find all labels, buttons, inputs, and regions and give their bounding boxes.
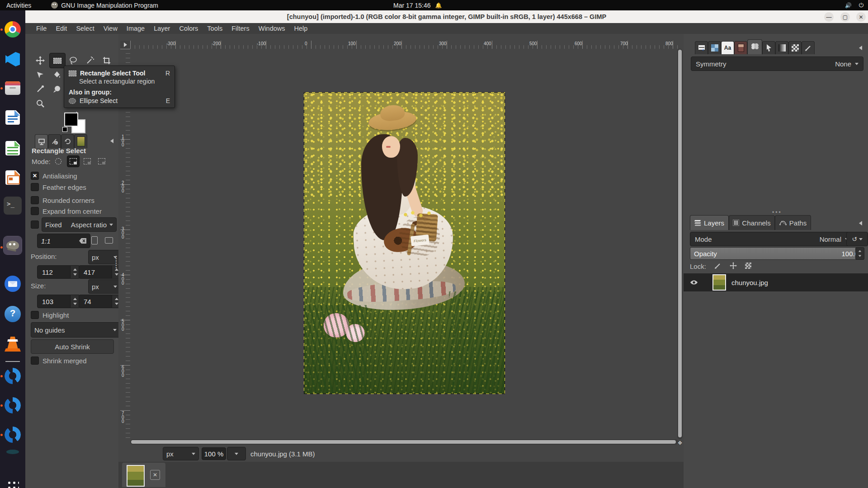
dock-vlc-icon[interactable] [4, 335, 22, 353]
tab-patterns[interactable] [708, 41, 721, 54]
fixed-aspect-dropdown[interactable]: Fixed Aspect ratio [42, 217, 117, 232]
tab-brush-editor[interactable]: + [695, 41, 708, 54]
dock-blue-ring-app-icon[interactable] [4, 367, 22, 385]
highlight-checkbox[interactable] [31, 311, 39, 319]
feather-edges-checkbox[interactable] [31, 183, 39, 191]
ruler-corner-menu-button[interactable] [120, 41, 130, 49]
tab-symmetry-active[interactable] [747, 39, 762, 54]
maximize-button[interactable]: ▢ [840, 12, 850, 22]
statusbar-unit-dropdown[interactable]: px [163, 447, 199, 460]
clock[interactable]: Mar 17 15:46 🔔 [393, 2, 442, 9]
size-width-field[interactable]: 103 [37, 295, 80, 308]
lock-alpha-icon[interactable] [745, 263, 751, 270]
activities-button[interactable]: Activities [0, 2, 38, 9]
tool-free-select-icon[interactable] [67, 54, 80, 67]
dock-blue-ring-app-icon[interactable] [4, 396, 22, 414]
size-unit-dropdown[interactable]: px [88, 279, 121, 294]
image-chunyou-photo[interactable]: Flowers [304, 92, 505, 394]
symmetry-row[interactable]: Symmetry None [691, 56, 863, 71]
tab-channels[interactable]: Channels [729, 215, 775, 230]
zoom-dropdown-button[interactable] [227, 447, 246, 460]
menu-filters[interactable]: Filters [227, 24, 254, 33]
tool-smudge-icon[interactable] [51, 83, 63, 95]
tab-device-status[interactable]: i [48, 134, 61, 148]
vertical-scrollbar[interactable] [677, 49, 683, 439]
dock-thunderbird-icon[interactable] [4, 275, 22, 293]
layer-mode-dropdown[interactable]: Mode Normal [690, 232, 854, 246]
canvas-area[interactable]: -300 -200 -100 0 100 200 300 400 500 600… [118, 34, 684, 446]
layers-dock-menu-button[interactable] [859, 219, 862, 227]
tool-zoom-icon[interactable] [34, 97, 47, 110]
menu-select[interactable]: Select [71, 24, 99, 33]
rounded-corners-checkbox[interactable] [31, 196, 39, 204]
dock-terminal-icon[interactable]: >_ [4, 197, 22, 215]
tool-move-icon[interactable] [34, 54, 47, 67]
dock-splitter-handle[interactable]: ••• [772, 209, 782, 216]
tab-layers-active[interactable]: Layers [690, 215, 729, 230]
menu-colors[interactable]: Colors [175, 24, 203, 33]
tool-rectangle-select-active[interactable] [49, 53, 66, 68]
default-colors-icon[interactable] [62, 127, 67, 132]
dock-files-icon[interactable] [4, 79, 22, 97]
fixed-checkbox[interactable] [31, 221, 39, 229]
menu-windows[interactable]: Windows [254, 24, 290, 33]
menu-tools[interactable]: Tools [203, 24, 227, 33]
menu-file[interactable]: File [32, 24, 51, 33]
auto-shrink-button[interactable]: Auto Shrink [31, 339, 114, 354]
guides-dropdown[interactable]: No guides [31, 322, 120, 338]
minimize-button[interactable]: — [824, 12, 834, 22]
foreground-color-swatch[interactable] [64, 113, 78, 127]
tool-bucket-fill-icon[interactable] [51, 68, 63, 81]
dock-partial-app-icon[interactable] [4, 448, 22, 456]
tool-fuzzy-select-icon[interactable] [84, 54, 96, 67]
tab-gradients[interactable] [775, 41, 788, 54]
menu-layer[interactable]: Layer [149, 24, 175, 33]
antialiasing-checkbox-checked[interactable]: ✕ [31, 172, 39, 180]
lock-pixels-icon[interactable] [714, 262, 722, 271]
tool-crop-icon[interactable] [100, 54, 113, 67]
right-dock-menu-button[interactable] [859, 44, 862, 52]
size-height-field[interactable]: 74 [79, 295, 122, 308]
show-applications-button[interactable] [4, 477, 22, 488]
layer-visibility-eye-icon[interactable] [690, 279, 698, 286]
menu-help[interactable]: Help [290, 24, 312, 33]
tab-paintbrush[interactable] [802, 41, 815, 54]
focused-app-menu[interactable]: GNU Image Manipulation Program [51, 2, 158, 9]
close-image-tab-icon[interactable]: ✕ [150, 470, 160, 480]
panel-resize-handle[interactable]: •••••• [115, 255, 117, 269]
dock-help-icon[interactable]: ? [4, 305, 22, 323]
opacity-slider[interactable]: Opacity 100.0 [690, 247, 863, 260]
mode-intersect-button[interactable] [96, 156, 108, 167]
tool-color-picker-icon[interactable] [34, 83, 47, 95]
expand-from-center-checkbox[interactable] [31, 207, 39, 215]
mode-add-button[interactable] [67, 155, 80, 167]
dock-impress-icon[interactable] [4, 169, 22, 187]
tab-paths[interactable]: Paths [775, 215, 811, 230]
dock-writer-icon[interactable] [4, 108, 22, 127]
dock-calc-icon[interactable] [4, 139, 22, 157]
layer-mode-reset-button[interactable]: ↺ [846, 232, 868, 246]
opacity-spinner[interactable] [855, 247, 864, 260]
tab-tool-presets[interactable] [788, 41, 802, 54]
tab-image-thumbnail[interactable] [74, 134, 87, 148]
landscape-orientation-icon[interactable] [103, 235, 115, 246]
menu-edit[interactable]: Edit [51, 24, 71, 33]
dockable-menu-button[interactable] [110, 137, 113, 145]
navigation-preview-button[interactable]: ✥ [676, 440, 684, 446]
tab-tool-options[interactable] [35, 134, 48, 148]
mode-subtract-button[interactable] [81, 156, 93, 167]
tab-fonts[interactable]: Aa [721, 41, 734, 54]
aspect-ratio-entry[interactable]: 1:1 [37, 234, 90, 248]
lock-position-icon[interactable] [730, 262, 737, 271]
mode-replace-button[interactable] [52, 156, 64, 167]
horizontal-ruler[interactable]: -300 -200 -100 0 100 200 300 400 500 600… [130, 41, 678, 49]
horizontal-scrollbar[interactable] [130, 439, 678, 445]
tab-undo-history[interactable] [61, 134, 74, 148]
tool-transform-icon[interactable] [34, 68, 47, 81]
dock-vscode-icon[interactable] [4, 50, 22, 68]
menu-image[interactable]: Image [122, 24, 149, 33]
tab-pointer[interactable] [762, 41, 775, 54]
system-tray[interactable]: 🔊 ⏻ [845, 2, 863, 9]
dock-blue-ring-app-icon[interactable] [4, 426, 22, 444]
tab-document-history[interactable] [734, 41, 747, 54]
